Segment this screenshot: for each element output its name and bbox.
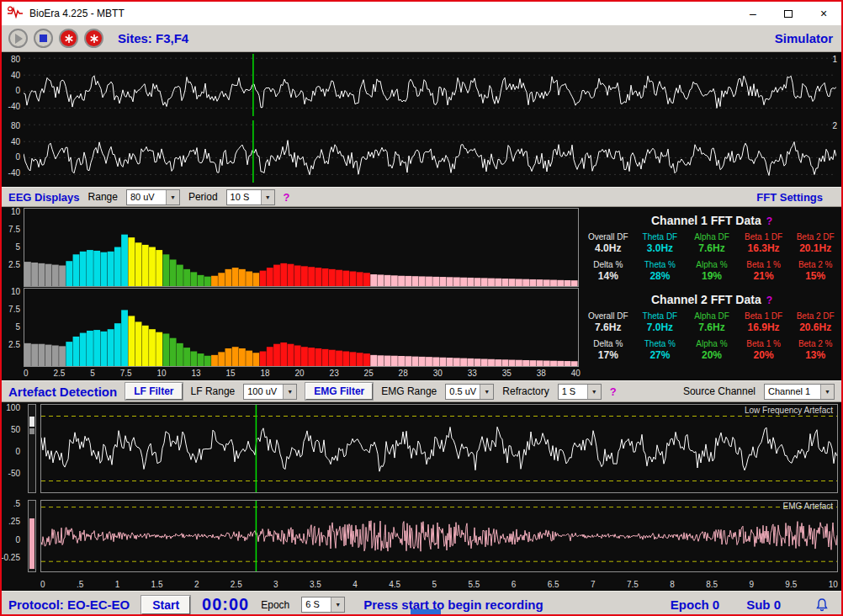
help-icon[interactable]: ? bbox=[766, 215, 772, 227]
fft-grid-cell: Overall DF bbox=[582, 311, 634, 321]
help-icon[interactable]: ? bbox=[610, 385, 617, 398]
fft-grid-cell: Delta % bbox=[582, 259, 634, 270]
bell-icon[interactable] bbox=[814, 597, 830, 613]
eeg-channel-2-row: 80400-40 2 bbox=[2, 120, 841, 184]
maximize-icon bbox=[784, 10, 793, 18]
eeg2-y-axis: 80400-40 bbox=[2, 120, 24, 184]
panel-title-text: Channel 2 FFT Data bbox=[651, 293, 761, 306]
fft-grid-cell: 19% bbox=[686, 270, 738, 283]
fft-grid-cell: Beta 1 % bbox=[738, 338, 790, 349]
lf-threshold-gauge[interactable] bbox=[24, 404, 40, 493]
start-button[interactable]: Start bbox=[141, 596, 190, 614]
range-dropdown[interactable]: 80 uV▼ bbox=[126, 189, 180, 205]
chevron-down-icon: ▼ bbox=[261, 190, 274, 204]
x-axis-label: 4 bbox=[353, 580, 358, 589]
emg-threshold-gauge[interactable] bbox=[24, 500, 40, 572]
gauge-marker bbox=[29, 417, 34, 427]
emg-filter-button[interactable]: EMG Filter bbox=[305, 383, 373, 400]
stop-button[interactable] bbox=[34, 29, 53, 48]
y-axis-label: 80 bbox=[11, 122, 20, 130]
y-axis-label: 2.5 bbox=[8, 341, 20, 349]
channel-number-badge: 2 bbox=[832, 121, 837, 130]
fft-grid-cell: Theta % bbox=[634, 338, 687, 349]
sub-counter: Sub 0 bbox=[746, 597, 781, 612]
emg-range-dropdown[interactable]: 0.5 uV▼ bbox=[445, 384, 494, 400]
emg-artefact-plot: EMG Artefact bbox=[40, 500, 838, 572]
x-axis-label: 0 bbox=[24, 369, 29, 378]
fft-grid-cell: Delta % bbox=[582, 338, 634, 349]
lf-range-label: LF Range bbox=[191, 385, 236, 397]
fft-grid-cell: 7.6Hz bbox=[582, 321, 634, 334]
maximize-button[interactable] bbox=[771, 3, 806, 25]
x-axis-label: 1 bbox=[115, 580, 120, 589]
chevron-down-icon: ▼ bbox=[283, 385, 296, 399]
reset-button-2[interactable] bbox=[84, 29, 103, 48]
x-axis-label: 28 bbox=[399, 369, 408, 378]
source-channel-dropdown[interactable]: Channel 1▼ bbox=[764, 384, 835, 400]
lf-y-axis: 100500-50 bbox=[2, 404, 24, 498]
fft-grid-cell: Beta 2 DF bbox=[789, 311, 841, 321]
artefact-detection-label: Artefact Detection bbox=[8, 385, 117, 399]
simulator-label[interactable]: Simulator bbox=[775, 31, 833, 45]
help-icon[interactable]: ? bbox=[284, 191, 290, 204]
x-axis-label: 3.5 bbox=[310, 580, 321, 589]
bioera-window: BioEra 4.225 - MBTT – × Sites: F3,F4 Sim… bbox=[0, 0, 843, 616]
eeg-channel-1-waveform bbox=[24, 54, 836, 116]
pct-values-row: 17%27%20%20%13% bbox=[582, 349, 841, 362]
gauge-marker bbox=[29, 428, 34, 434]
x-axis-label: 35 bbox=[502, 369, 512, 378]
lf-artefact-waveform bbox=[41, 405, 837, 492]
y-axis-label: 40 bbox=[11, 72, 20, 80]
sites-label: Sites: F3,F4 bbox=[118, 31, 188, 45]
stop-icon bbox=[40, 35, 47, 42]
eeg-channel-1-row: 80400-40 1 bbox=[2, 54, 841, 118]
x-axis-label: 2.5 bbox=[53, 369, 65, 378]
fft-grid-cell: Beta 2 % bbox=[789, 259, 841, 270]
fft-grid-cell: 20% bbox=[686, 349, 738, 362]
fft-grid-cell: Theta % bbox=[634, 259, 687, 270]
artefact-x-axis: 0.511.522.533.544.555.566.577.588.599.51… bbox=[40, 577, 838, 591]
title-bar[interactable]: BioEra 4.225 - MBTT – × bbox=[2, 2, 841, 25]
minimize-button[interactable]: – bbox=[735, 3, 771, 25]
fft-panel-title: Channel 2 FFT Data? bbox=[582, 293, 841, 306]
fft-channel-1-bars bbox=[24, 209, 578, 286]
x-axis-label: 25 bbox=[364, 369, 374, 378]
chevron-down-icon: ▼ bbox=[587, 385, 601, 399]
pct-labels-row: Delta %Theta %Alpha %Beta 1 %Beta 2 % bbox=[582, 338, 841, 349]
play-icon bbox=[15, 34, 23, 44]
lf-range-dropdown[interactable]: 100 uV▼ bbox=[243, 384, 297, 400]
eeg-raw-display-section: 80400-40 1 80400-40 2 bbox=[2, 52, 841, 187]
fft-grid-cell: Overall DF bbox=[582, 231, 634, 242]
epoch-dropdown[interactable]: 6 S▼ bbox=[301, 597, 345, 613]
fft-channel-1-chart bbox=[24, 208, 579, 287]
fft-grid-cell: 3.0Hz bbox=[634, 242, 687, 255]
y-axis-label: 10 bbox=[11, 208, 20, 216]
fft-grid-cell: 20.6Hz bbox=[789, 321, 841, 334]
fft1-y-axis: 107.552.5 bbox=[2, 208, 24, 286]
y-axis-label: -40 bbox=[8, 103, 20, 111]
y-axis-label: 100 bbox=[6, 404, 20, 412]
period-label: Period bbox=[188, 191, 218, 203]
y-axis-label: -40 bbox=[8, 169, 20, 178]
fft-grid-cell: 15% bbox=[789, 270, 841, 283]
x-axis-label: 10 bbox=[829, 580, 838, 589]
period-dropdown[interactable]: 10 S▼ bbox=[226, 189, 275, 205]
fft-channel-2-row: 107.552.5 bbox=[2, 287, 582, 367]
help-icon[interactable]: ? bbox=[766, 295, 772, 306]
eeg-channel-1-plot: 1 bbox=[24, 54, 841, 118]
fft-charts-column: 107.552.5 107.552.5 02.557.5101315182023… bbox=[2, 207, 582, 380]
fft-settings-button[interactable]: FFT Settings bbox=[756, 191, 823, 204]
asterisk-icon bbox=[89, 34, 99, 44]
y-axis-label: 2.5 bbox=[8, 261, 20, 269]
reset-button-1[interactable] bbox=[59, 29, 78, 48]
df-values-row: 7.6Hz7.0Hz7.6Hz16.9Hz20.6Hz bbox=[582, 321, 841, 334]
refractory-dropdown[interactable]: 1 S▼ bbox=[558, 384, 602, 400]
close-button[interactable]: × bbox=[806, 3, 841, 25]
play-button[interactable] bbox=[8, 29, 28, 48]
fft-grid-cell: 28% bbox=[634, 270, 687, 283]
gauge-track bbox=[28, 404, 36, 493]
y-axis-label: 0 bbox=[15, 448, 20, 456]
lf-filter-button[interactable]: LF Filter bbox=[125, 383, 182, 400]
x-axis-label: 18 bbox=[261, 369, 270, 378]
x-axis-label: 20 bbox=[295, 369, 305, 378]
